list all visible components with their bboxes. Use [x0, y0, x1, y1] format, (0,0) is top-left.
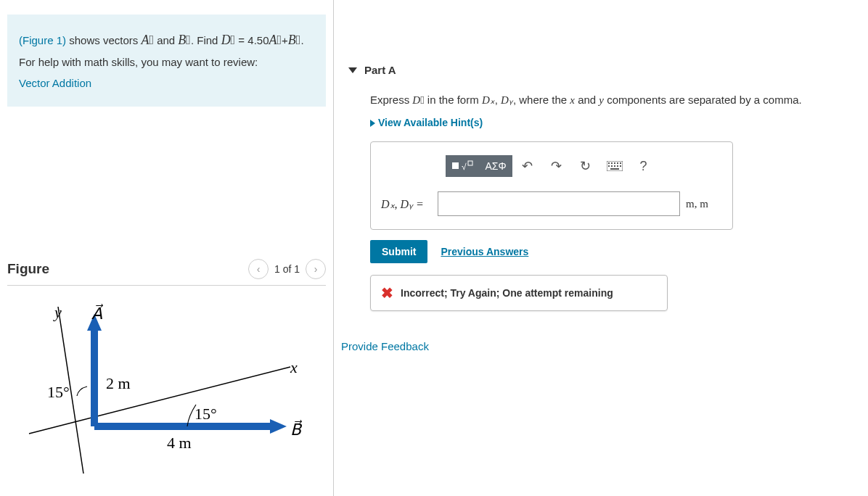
figure-next-button[interactable]: › [306, 259, 326, 279]
feedback-text: Incorrect; Try Again; One attempt remain… [401, 287, 613, 299]
provide-feedback-link[interactable]: Provide Feedback [341, 340, 861, 352]
svg-rect-21 [610, 168, 619, 170]
feedback-message: ✖ Incorrect; Try Again; One attempt rema… [370, 275, 668, 311]
angle-A: 15° [47, 383, 70, 401]
templates-button[interactable]: √ [446, 155, 479, 177]
submit-button[interactable]: Submit [370, 240, 427, 263]
greek-button[interactable]: ΑΣΦ [479, 155, 512, 177]
svg-rect-15 [620, 162, 621, 164]
answer-box: √ ΑΣΦ ↶ ↷ ↻ ? Dₓ, Dᵧ = m, m [370, 141, 733, 230]
figure-link[interactable]: (Figure 1) [19, 34, 66, 46]
equation-toolbar: √ ΑΣΦ ↶ ↷ ↻ ? [381, 155, 722, 177]
figure-title: Figure [7, 261, 49, 277]
figure-nav: ‹ 1 of 1 › [248, 259, 326, 279]
B-label: B⃗ [290, 420, 303, 439]
problem-statement: (Figure 1) shows vectors A⃗ and B⃗. Find… [7, 15, 326, 107]
vector-D: D⃗ [221, 33, 236, 47]
figure-section: Figure ‹ 1 of 1 › [7, 259, 326, 494]
reset-button[interactable]: ↻ [572, 155, 599, 177]
svg-rect-18 [614, 165, 615, 167]
svg-text:√: √ [462, 162, 467, 172]
A-length: 2 m [106, 374, 131, 392]
chevron-right-icon [370, 120, 375, 127]
view-hints-link[interactable]: View Available Hint(s) [370, 117, 483, 128]
svg-rect-11 [608, 162, 610, 164]
figure-diagram: y x A⃗ B⃗ 2 m 4 m 15° 15° [7, 296, 326, 494]
svg-rect-9 [468, 161, 472, 165]
svg-rect-12 [611, 162, 613, 164]
vector-A: A⃗ [141, 33, 154, 47]
text: = 4.50 [235, 34, 269, 46]
keyboard-button[interactable] [601, 155, 629, 177]
help-button[interactable]: ? [630, 155, 658, 177]
answer-input[interactable] [438, 191, 680, 216]
text: . Find [191, 34, 221, 46]
text: shows vectors [66, 34, 141, 46]
right-column: Part A Express D⃗ in the form Dₓ, Dᵧ, wh… [334, 0, 868, 496]
svg-rect-7 [452, 162, 459, 169]
svg-rect-20 [620, 165, 621, 167]
A-label: A⃗ [91, 304, 104, 323]
collapse-icon[interactable] [348, 67, 357, 73]
vector-B: B⃗ [178, 33, 191, 47]
undo-button[interactable]: ↶ [514, 155, 541, 177]
figure-prev-button[interactable]: ‹ [248, 259, 269, 279]
x-axis-label: x [290, 358, 298, 376]
B-length: 4 m [167, 434, 192, 452]
answer-unit: m, m [686, 198, 722, 210]
y-axis-label: y [53, 303, 62, 321]
part-title: Part A [364, 64, 396, 76]
svg-rect-13 [614, 162, 615, 164]
left-column: (Figure 1) shows vectors A⃗ and B⃗. Find… [0, 0, 334, 496]
angle-B: 15° [195, 405, 217, 423]
error-icon: ✖ [381, 284, 393, 302]
help-text: For help with math skills, you may want … [19, 52, 314, 73]
text: + [282, 34, 288, 46]
previous-answers-link[interactable]: Previous Answers [441, 246, 528, 257]
redo-button[interactable]: ↷ [543, 155, 570, 177]
svg-marker-5 [270, 419, 287, 434]
svg-rect-14 [617, 162, 618, 164]
part-header: Part A [348, 58, 861, 82]
instruction: Express D⃗ in the form Dₓ, Dᵧ, where the… [370, 94, 861, 107]
svg-rect-19 [617, 165, 618, 167]
answer-label: Dₓ, Dᵧ = [381, 197, 432, 211]
vector-A2: A⃗ [269, 33, 282, 47]
text: and [154, 34, 178, 46]
figure-counter: 1 of 1 [274, 263, 300, 275]
vector-addition-link[interactable]: Vector Addition [19, 77, 91, 89]
text: . [300, 34, 303, 46]
vector-B2: B⃗ [288, 33, 301, 47]
svg-rect-17 [611, 165, 613, 167]
svg-rect-16 [608, 165, 610, 167]
